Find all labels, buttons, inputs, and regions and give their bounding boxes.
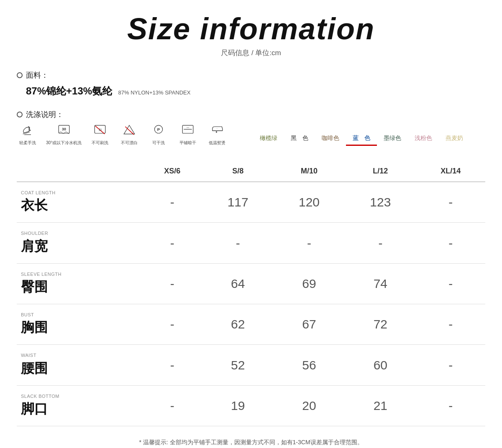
fabric-section: 面料： 87%锦纶+13%氨纶 87% NYLON+13% SPANDEX	[17, 70, 485, 98]
page-header: Size information 尺码信息 / 单位:cm	[17, 13, 485, 58]
row-en-shoulder: SHOULDER	[21, 230, 138, 236]
fabric-info: 87%锦纶+13%氨纶 87% NYLON+13% SPANDEX	[26, 84, 485, 98]
row-label-shoulder: SHOULDER 肩宽	[17, 223, 142, 263]
row-label-coat-length: COAT LENGTH 衣长	[17, 182, 142, 223]
page-title: Size information	[17, 13, 485, 46]
wash-section: 洗涤说明： 轻柔手洗 30	[17, 109, 485, 146]
bust-xs: -	[142, 304, 202, 345]
hand-wash-label: 轻柔手洗	[19, 140, 36, 146]
row-zh-waist: 腰围	[21, 359, 138, 378]
row-en-waist: WAIST	[21, 352, 138, 358]
size-table-wrap: XS/6 S/8 M/10 L/12 XL/14 COAT LENGTH 衣长 …	[17, 161, 485, 426]
bust-s: 62	[202, 304, 274, 345]
shoulder-xl: -	[416, 223, 485, 263]
wash-icon-flat-dry: — 平铺晾干	[177, 124, 199, 146]
size-table: XS/6 S/8 M/10 L/12 XL/14 COAT LENGTH 衣长 …	[17, 161, 485, 426]
bust-xl: -	[416, 304, 485, 345]
col-header-label	[17, 161, 142, 182]
no-brush-icon: 刷	[93, 124, 107, 138]
circle-icon-fabric	[17, 72, 23, 78]
no-brush-label: 不可刷洗	[92, 140, 108, 146]
color-tab-dark-green[interactable]: 墨绿色	[377, 132, 408, 146]
circle-icon-wash	[17, 112, 23, 117]
row-label-waist: WAIST 腰围	[17, 345, 142, 385]
slack-l: 21	[345, 385, 416, 426]
color-tab-blue[interactable]: 蓝 色	[346, 132, 377, 146]
svg-text:P: P	[157, 127, 160, 132]
coat-m: 120	[274, 182, 345, 223]
row-label-sleeve-length: SLEEVE LENGTH 臀围	[17, 263, 142, 304]
fabric-label: 面料：	[26, 70, 49, 80]
waist-xs: -	[142, 345, 202, 385]
slack-s: 19	[202, 385, 274, 426]
waist-l: 60	[345, 345, 416, 385]
coat-xl: -	[416, 182, 485, 223]
slack-xl: -	[416, 385, 485, 426]
dry-clean-label: 可干洗	[152, 140, 165, 146]
footer-note-text: * 温馨提示: 全部均为平铺手工测量，因测量方式不同，如有1-3CM误差属于合理…	[139, 439, 363, 445]
wash-label: 洗涤说明：	[26, 109, 64, 120]
col-header-m: M/10	[274, 161, 345, 182]
wash-icon-30-machine: 30 30°或以下冷水机洗	[46, 124, 82, 146]
color-tabs: 橄榄绿 黑 色 咖啡色 蓝 色 墨绿色 浅粉色 燕麦奶	[253, 132, 470, 146]
fabric-title: 面料：	[17, 70, 485, 80]
table-row-sleeve-length: SLEEVE LENGTH 臀围 - 64 69 74 -	[17, 263, 485, 304]
row-zh-slack-bottom: 脚口	[21, 400, 138, 418]
table-row-shoulder: SHOULDER 肩宽 - - - - -	[17, 223, 485, 263]
footer-note: * 温馨提示: 全部均为平铺手工测量，因测量方式不同，如有1-3CM误差属于合理…	[17, 439, 485, 446]
no-bleach-label: 不可漂白	[121, 140, 138, 146]
svg-text:·: ·	[217, 127, 218, 130]
waist-s: 52	[202, 345, 274, 385]
table-row-coat-length: COAT LENGTH 衣长 - 117 120 123 -	[17, 182, 485, 223]
row-en-coat-length: COAT LENGTH	[21, 190, 138, 196]
row-zh-sleeve-length: 臀围	[21, 278, 138, 296]
svg-point-13	[216, 131, 217, 132]
table-header-row: XS/6 S/8 M/10 L/12 XL/14	[17, 161, 485, 182]
col-header-l: L/12	[345, 161, 416, 182]
svg-text:—: —	[187, 126, 190, 129]
no-bleach-icon	[123, 124, 136, 138]
wash-icon-dry-clean: P 可干洗	[148, 124, 169, 146]
fabric-main-zh: 87%锦纶+13%氨纶	[26, 85, 112, 97]
col-header-s: S/8	[202, 161, 274, 182]
row-zh-bust: 胸围	[21, 318, 138, 337]
wash-icons-group: 轻柔手洗 30 30°或以下冷水机洗	[17, 124, 228, 146]
waist-m: 56	[274, 345, 345, 385]
low-iron-icon: ·	[210, 124, 224, 138]
machine-30-label: 30°或以下冷水机洗	[46, 140, 82, 146]
sleeve-s: 64	[202, 263, 274, 304]
svg-text:30: 30	[62, 127, 66, 131]
low-iron-label: 低温熨烫	[209, 140, 225, 146]
waist-xl: -	[416, 345, 485, 385]
row-en-bust: BUST	[21, 312, 138, 318]
row-zh-shoulder: 肩宽	[21, 237, 138, 256]
fabric-main-en: 87% NYLON+13% SPANDEX	[118, 89, 191, 96]
coat-s: 117	[202, 182, 274, 223]
col-header-xl: XL/14	[416, 161, 485, 182]
hand-wash-icon	[21, 124, 34, 138]
color-tab-oat[interactable]: 燕麦奶	[439, 132, 470, 146]
row-zh-coat-length: 衣长	[21, 196, 138, 215]
dry-clean-icon: P	[152, 124, 165, 138]
row-en-sleeve-length: SLEEVE LENGTH	[21, 271, 138, 277]
table-row-slack-bottom: SLACK BOTTOM 脚口 - 19 20 21 -	[17, 385, 485, 426]
wash-icon-no-bleach: 不可漂白	[118, 124, 140, 146]
color-tab-coffee[interactable]: 咖啡色	[315, 132, 346, 146]
shoulder-l: -	[345, 223, 416, 263]
color-tab-black[interactable]: 黑 色	[284, 132, 315, 146]
coat-xs: -	[142, 182, 202, 223]
color-tab-pink[interactable]: 浅粉色	[408, 132, 439, 146]
color-tab-olive[interactable]: 橄榄绿	[253, 132, 284, 146]
bust-l: 72	[345, 304, 416, 345]
slack-m: 20	[274, 385, 345, 426]
sleeve-xs: -	[142, 263, 202, 304]
sleeve-l: 74	[345, 263, 416, 304]
slack-xs: -	[142, 385, 202, 426]
wash-icon-low-iron: · 低温熨烫	[206, 124, 228, 146]
col-header-xs: XS/6	[142, 161, 202, 182]
wash-icon-hand-wash: 轻柔手洗	[17, 124, 38, 146]
wash-title: 洗涤说明：	[17, 109, 485, 120]
row-en-slack-bottom: SLACK BOTTOM	[21, 393, 138, 399]
wash-icon-no-brush: 刷 不可刷洗	[89, 124, 111, 146]
machine-30-icon: 30	[57, 124, 71, 138]
